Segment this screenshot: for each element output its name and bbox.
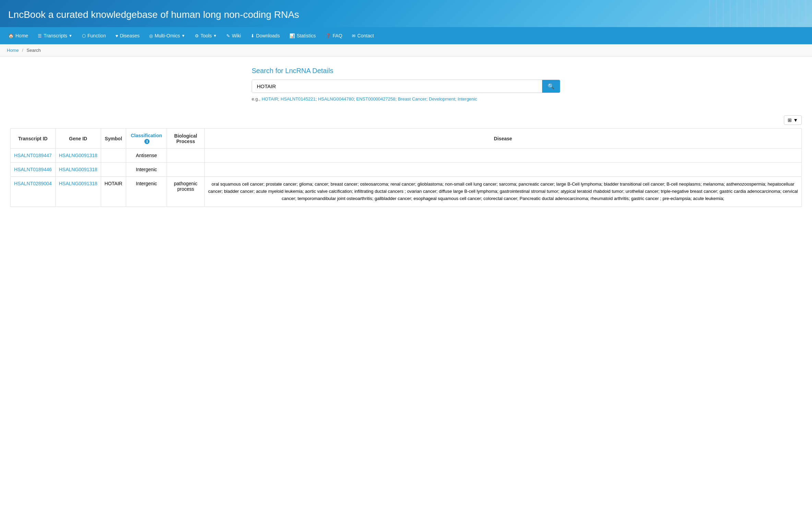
nav-downloads[interactable]: ⬇ Downloads: [246, 27, 285, 44]
col-gene-id: Gene ID: [55, 129, 101, 149]
nav-contact-label: Contact: [357, 33, 374, 38]
dropdown-arrow-icon: ▼: [793, 117, 798, 123]
downloads-icon: ⬇: [251, 33, 254, 38]
nav-contact[interactable]: ✉ Contact: [347, 27, 379, 44]
diseases-icon: ♥: [116, 33, 118, 38]
search-button[interactable]: 🔍: [542, 80, 560, 93]
cell-classification: Intergenic: [126, 163, 167, 177]
transcript-link[interactable]: HSALNT0289004: [14, 181, 52, 186]
search-input[interactable]: [252, 80, 542, 93]
table-toolbar: ⊞ ▼: [10, 115, 802, 125]
nav-diseases[interactable]: ♥ Diseases: [111, 27, 144, 44]
cell-classification: Antisense: [126, 149, 167, 163]
contact-icon: ✉: [352, 33, 356, 38]
transcript-link[interactable]: HSALNT0189447: [14, 153, 52, 158]
cell-biological-process: [167, 149, 204, 163]
cell-biological-process: [167, 163, 204, 177]
statistics-icon: 📊: [289, 33, 295, 38]
nav-faq[interactable]: ❓ FAQ: [321, 27, 347, 44]
col-transcript-id: Transcript ID: [11, 129, 56, 149]
cell-biological-process: pathogenic process: [167, 177, 204, 207]
grid-icon: ⊞: [788, 117, 792, 123]
cell-disease: [204, 163, 801, 177]
breadcrumb-home[interactable]: Home: [7, 48, 19, 53]
example-breast-cancer[interactable]: Breast Cancer: [398, 96, 426, 102]
cell-symbol: [101, 149, 126, 163]
table-row: HSALNT0189447 HSALNG0091318 Antisense: [11, 149, 802, 163]
search-examples: e.g., HOTAIR; HSALNT0145221; HSALNG00447…: [252, 96, 560, 102]
search-box: 🔍: [252, 80, 560, 93]
nav-function[interactable]: ⬡ Function: [77, 27, 111, 44]
col-biological-process: Biological Process: [167, 129, 204, 149]
cell-disease: [204, 149, 801, 163]
nav-wiki-label: Wiki: [232, 33, 241, 38]
chevron-down-icon: ▼: [69, 34, 72, 38]
nav-transcripts[interactable]: ☰ Transcripts ▼: [33, 27, 77, 44]
nav-multiomics-label: Multi-Omics: [155, 33, 180, 38]
header-banner: LncBook a curated knowledgebase of human…: [0, 0, 812, 27]
site-name: LncBook: [8, 9, 46, 20]
gene-link[interactable]: HSALNG0091318: [59, 153, 97, 158]
multiomics-icon: ◎: [149, 33, 153, 38]
examples-prefix: e.g.,: [252, 96, 262, 102]
search-title: Search for LncRNA Details: [252, 67, 560, 75]
nav-transcripts-label: Transcripts: [44, 33, 67, 38]
breadcrumb-separator: /: [22, 48, 23, 53]
nav-home-label: Home: [15, 33, 28, 38]
tools-icon: ⚙: [195, 33, 199, 38]
cell-gene-id: HSALNG0091318: [55, 177, 101, 207]
cell-disease: oral squamous cell cancer; prostate canc…: [204, 177, 801, 207]
example-development[interactable]: Development: [429, 96, 455, 102]
cell-transcript-id: HSALNT0289004: [11, 177, 56, 207]
col-classification: Classification ℹ: [126, 129, 167, 149]
example-enst[interactable]: ENST00000427258: [356, 96, 395, 102]
home-icon: 🏠: [8, 33, 14, 38]
nav-faq-label: FAQ: [333, 33, 342, 38]
gene-link[interactable]: HSALNG0091318: [59, 181, 97, 186]
nav-tools[interactable]: ⚙ Tools ▼: [190, 27, 222, 44]
table-row: HSALNT0289004 HSALNG0091318 HOTAIR Inter…: [11, 177, 802, 207]
nav-statistics[interactable]: 📊 Statistics: [285, 27, 321, 44]
nav-downloads-label: Downloads: [256, 33, 280, 38]
example-hsalng[interactable]: HSALNG0044780: [318, 96, 354, 102]
grid-view-button[interactable]: ⊞ ▼: [784, 115, 802, 125]
example-hotair[interactable]: HOTAIR: [262, 96, 278, 102]
table-section: ⊞ ▼ Transcript ID Gene ID Symbol Classif…: [7, 115, 805, 207]
col-symbol: Symbol: [101, 129, 126, 149]
cell-symbol: HOTAIR: [101, 177, 126, 207]
results-table: Transcript ID Gene ID Symbol Classificat…: [10, 128, 802, 207]
example-hsalnt[interactable]: HSALNT0145221: [280, 96, 315, 102]
nav-multiomics[interactable]: ◎ Multi-Omics ▼: [144, 27, 190, 44]
example-intergenic[interactable]: Intergenic: [457, 96, 477, 102]
transcript-link[interactable]: HSALNT0189446: [14, 167, 52, 172]
cell-classification: Intergenic: [126, 177, 167, 207]
table-row: HSALNT0189446 HSALNG0091318 Intergenic: [11, 163, 802, 177]
site-title: LncBook a curated knowledgebase of human…: [8, 6, 804, 21]
search-section: Search for LncRNA Details 🔍 e.g., HOTAIR…: [252, 67, 560, 102]
cell-transcript-id: HSALNT0189447: [11, 149, 56, 163]
main-content: Search for LncRNA Details 🔍 e.g., HOTAIR…: [0, 57, 812, 529]
breadcrumb: Home / Search: [0, 44, 812, 57]
nav-statistics-label: Statistics: [297, 33, 316, 38]
table-header-row: Transcript ID Gene ID Symbol Classificat…: [11, 129, 802, 149]
site-subtitle: a curated knowledgebase of human long no…: [46, 9, 299, 20]
nav-wiki[interactable]: ✎ Wiki: [222, 27, 246, 44]
chevron-down-icon: ▼: [213, 34, 217, 38]
transcripts-icon: ☰: [38, 33, 42, 38]
cell-symbol: [101, 163, 126, 177]
function-icon: ⬡: [82, 33, 86, 38]
gene-link[interactable]: HSALNG0091318: [59, 167, 97, 172]
faq-icon: ❓: [325, 33, 331, 38]
nav-tools-label: Tools: [201, 33, 212, 38]
cell-gene-id: HSALNG0091318: [55, 163, 101, 177]
chevron-down-icon: ▼: [181, 34, 185, 38]
nav-diseases-label: Diseases: [120, 33, 140, 38]
cell-transcript-id: HSALNT0189446: [11, 163, 56, 177]
nav-home[interactable]: 🏠 Home: [3, 27, 33, 44]
col-disease: Disease: [204, 129, 801, 149]
breadcrumb-current: Search: [27, 48, 41, 53]
navbar: 🏠 Home ☰ Transcripts ▼ ⬡ Function ♥ Dise…: [0, 27, 812, 44]
wiki-icon: ✎: [226, 33, 230, 38]
cell-gene-id: HSALNG0091318: [55, 149, 101, 163]
classification-info-icon[interactable]: ℹ: [144, 139, 150, 144]
